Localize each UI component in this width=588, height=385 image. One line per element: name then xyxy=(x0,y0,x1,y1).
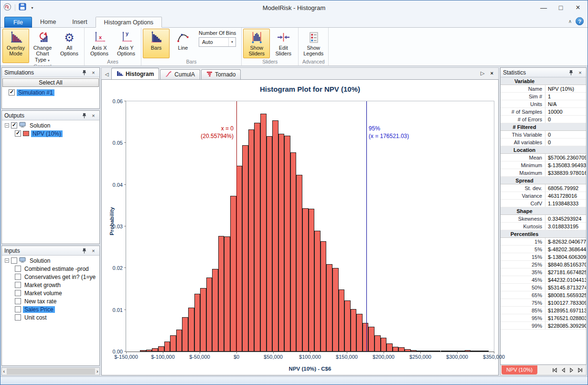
horizontal-scrollbar[interactable]: ‹ › xyxy=(1,367,100,375)
overlay-mode-button[interactable]: Overlay Mode xyxy=(2,29,29,63)
chart-title: Histogram Plot for NPV (10%) xyxy=(126,85,494,93)
tab-file[interactable]: File xyxy=(4,17,32,28)
show-sliders-button[interactable]: Show Sliders xyxy=(243,29,270,58)
x-axis-title: NPV (10%) - C$6 xyxy=(126,366,494,372)
change-chart-type-button[interactable]: Change Chart Type▼ xyxy=(29,29,56,63)
overlay-mode-label: Overlay Mode xyxy=(4,45,27,57)
show-legends-label: Show Legends xyxy=(302,45,325,57)
x-zero-slider-label: x = 0(20.55794%) xyxy=(201,125,234,140)
checkbox[interactable] xyxy=(11,257,17,264)
maximize-button[interactable]: □ xyxy=(552,1,569,14)
save-icon[interactable] xyxy=(19,3,26,12)
bars-button[interactable]: Bars xyxy=(143,29,170,58)
app-icon[interactable] xyxy=(3,3,11,13)
axis-y-options-button[interactable]: y Axis Y Options xyxy=(113,29,139,58)
checkbox[interactable] xyxy=(15,298,21,304)
inputs-tree-item[interactable]: New tax rate xyxy=(2,297,99,305)
tab-scroll-left-icon[interactable]: ◁ xyxy=(103,72,110,79)
inputs-tree-item[interactable]: Market growth xyxy=(2,281,99,289)
tornado-tab-icon xyxy=(206,71,213,78)
simulation-tree-item[interactable]: Simulation #1 xyxy=(2,88,99,96)
histogram-bar xyxy=(398,347,405,352)
close-icon[interactable]: × xyxy=(90,248,97,254)
first-variable-icon[interactable] xyxy=(552,366,557,374)
collapse-node-icon[interactable]: − xyxy=(5,123,9,128)
tab-home[interactable]: Home xyxy=(32,16,64,27)
close-icon[interactable]: × xyxy=(90,113,97,118)
inputs-tree-item[interactable]: Sales Price xyxy=(2,305,99,313)
number-of-bins-select[interactable]: Auto ▼ xyxy=(199,37,236,47)
checkbox[interactable] xyxy=(15,306,21,312)
qat-customize-icon[interactable]: ▼ xyxy=(31,6,34,10)
collapse-ribbon-icon[interactable]: ∧ xyxy=(568,19,572,24)
pin-icon[interactable] xyxy=(81,113,88,118)
scroll-left-icon[interactable]: ‹ xyxy=(2,368,6,375)
edit-sliders-button[interactable]: Edit Sliders xyxy=(270,29,297,58)
checkbox[interactable] xyxy=(15,266,21,272)
histogram-bar xyxy=(284,136,290,352)
inputs-root-item[interactable]: − Solution xyxy=(2,257,99,265)
tab-insert[interactable]: Insert xyxy=(64,16,95,27)
ribbon-tab-row: File Home Insert Histogram Options ∧ ? xyxy=(0,15,588,27)
axis-y-options-label: Axis Y Options xyxy=(115,45,138,57)
scroll-right-icon[interactable]: › xyxy=(96,368,100,375)
checkbox[interactable] xyxy=(15,282,21,288)
x-zero-slider-line[interactable] xyxy=(236,101,237,352)
line-label: Line xyxy=(178,45,188,51)
stat-value: 0.3345293924 xyxy=(545,215,586,222)
pin-icon[interactable] xyxy=(567,70,575,75)
checkbox[interactable] xyxy=(15,314,21,321)
all-options-button[interactable]: ⚙ All Options xyxy=(56,29,83,63)
checkbox[interactable] xyxy=(15,274,21,280)
axis-x-options-button[interactable]: x Axis X Options xyxy=(86,29,113,58)
cumulative-tab-icon xyxy=(165,71,172,78)
select-all-button[interactable]: Select All xyxy=(2,78,99,87)
close-icon[interactable]: × xyxy=(90,70,97,75)
output-label: NPV (10%) xyxy=(31,130,63,137)
show-legends-button[interactable]: Show Legends xyxy=(300,29,327,58)
tab-scroll-right-icon[interactable]: ▷ xyxy=(481,70,484,76)
tab-tornado[interactable]: Tornado xyxy=(201,69,241,79)
checkbox[interactable] xyxy=(11,122,17,128)
previous-variable-icon[interactable] xyxy=(561,366,566,374)
pin-icon[interactable] xyxy=(81,248,88,254)
checkbox[interactable] xyxy=(9,89,15,96)
inputs-tree-item[interactable]: Combined estimate -prod xyxy=(2,265,99,273)
outputs-panel-title: Outputs xyxy=(4,112,79,119)
checkbox[interactable] xyxy=(15,290,21,296)
minimize-button[interactable]: — xyxy=(535,1,552,14)
line-button[interactable]: Line xyxy=(170,29,196,58)
inputs-tree-item[interactable]: Conservatives get in? (1=ye xyxy=(2,273,99,281)
inputs-tree-item[interactable]: Unit cost xyxy=(2,313,99,321)
help-icon[interactable]: ? xyxy=(576,17,584,25)
scrollbar-thumb[interactable] xyxy=(7,368,95,374)
tab-histogram-options[interactable]: Histogram Options xyxy=(96,17,162,28)
input-label: Market volume xyxy=(23,290,64,297)
variable-tab[interactable]: NPV (10%) xyxy=(502,365,537,374)
stat-label: 25% xyxy=(501,261,545,268)
close-button[interactable]: × xyxy=(569,1,587,14)
stat-value: $338839.978016990 xyxy=(545,169,586,176)
inputs-tree-item[interactable]: Market volume xyxy=(2,289,99,297)
series-color-swatch xyxy=(23,131,29,136)
x-tick-label: $150,000 xyxy=(336,354,358,360)
histogram-bar xyxy=(218,236,225,352)
pin-icon[interactable] xyxy=(81,70,88,75)
variable-tab-bar: NPV (10%) xyxy=(500,365,587,375)
stat-value: $176521.028803577 xyxy=(545,314,586,321)
close-icon[interactable]: × xyxy=(577,70,584,75)
x-tick-mark xyxy=(200,352,200,353)
percentile-95-slider-line[interactable] xyxy=(366,101,367,352)
next-variable-icon[interactable] xyxy=(569,366,574,374)
chevron-down-icon[interactable]: ▼ xyxy=(228,38,235,46)
tab-histogram[interactable]: Histogram xyxy=(111,68,159,79)
left-column: Simulations × Select All Simulation #1 O… xyxy=(1,67,100,375)
last-variable-icon[interactable] xyxy=(577,366,583,374)
outputs-root-item[interactable]: − Solution xyxy=(2,121,99,129)
histogram-bar xyxy=(326,264,332,352)
checkbox[interactable] xyxy=(15,130,21,137)
output-tree-item[interactable]: NPV (10%) xyxy=(2,129,99,138)
close-chart-icon[interactable]: × xyxy=(491,70,493,76)
tab-cumulative[interactable]: CumulA xyxy=(160,69,200,79)
collapse-node-icon[interactable]: − xyxy=(5,258,9,263)
